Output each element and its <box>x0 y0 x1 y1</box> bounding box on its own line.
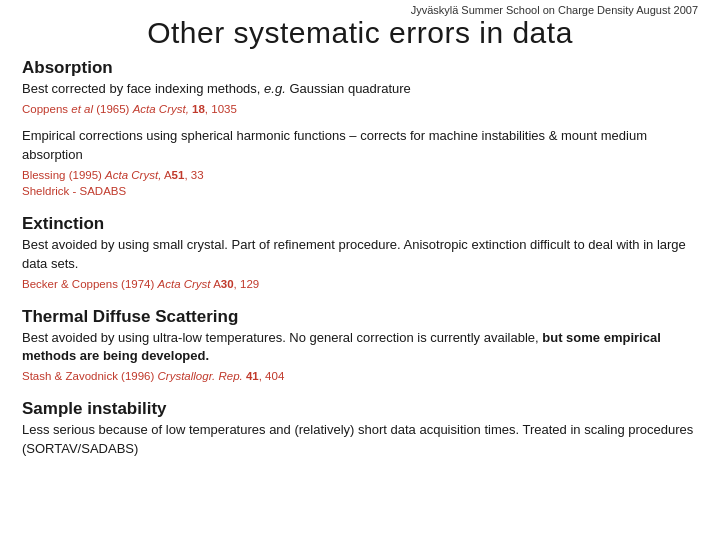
section-body-absorption: Best corrected by face indexing methods,… <box>22 80 698 99</box>
section-title-thermal: Thermal Diffuse Scattering <box>22 307 698 327</box>
citation-empirical-1: Blessing (1995) Acta Cryst, A51, 33 <box>22 167 698 183</box>
section-body-thermal: Best avoided by using ultra-low temperat… <box>22 329 698 367</box>
section-absorption: Absorption Best corrected by face indexi… <box>22 58 698 117</box>
section-thermal: Thermal Diffuse Scattering Best avoided … <box>22 307 698 385</box>
section-body-empirical: Empirical corrections using spherical ha… <box>22 127 698 165</box>
citation-absorption-1: Coppens et al (1965) Acta Cryst, 18, 103… <box>22 101 698 117</box>
section-title-sample: Sample instability <box>22 399 698 419</box>
section-body-sample: Less serious because of low temperatures… <box>22 421 698 459</box>
section-sample: Sample instability Less serious because … <box>22 399 698 459</box>
conference-header: Jyväskylä Summer School on Charge Densit… <box>22 0 698 16</box>
section-empirical: Empirical corrections using spherical ha… <box>22 127 698 199</box>
citation-extinction-1: Becker & Coppens (1974) Acta Cryst A30, … <box>22 276 698 292</box>
page-title: Other systematic errors in data <box>22 16 698 50</box>
section-body-extinction: Best avoided by using small crystal. Par… <box>22 236 698 274</box>
section-extinction: Extinction Best avoided by using small c… <box>22 214 698 292</box>
section-title-absorption: Absorption <box>22 58 698 78</box>
citation-empirical-2: Sheldrick - SADABS <box>22 183 698 199</box>
citation-thermal-1: Stash & Zavodnick (1996) Crystallogr. Re… <box>22 368 698 384</box>
section-title-extinction: Extinction <box>22 214 698 234</box>
